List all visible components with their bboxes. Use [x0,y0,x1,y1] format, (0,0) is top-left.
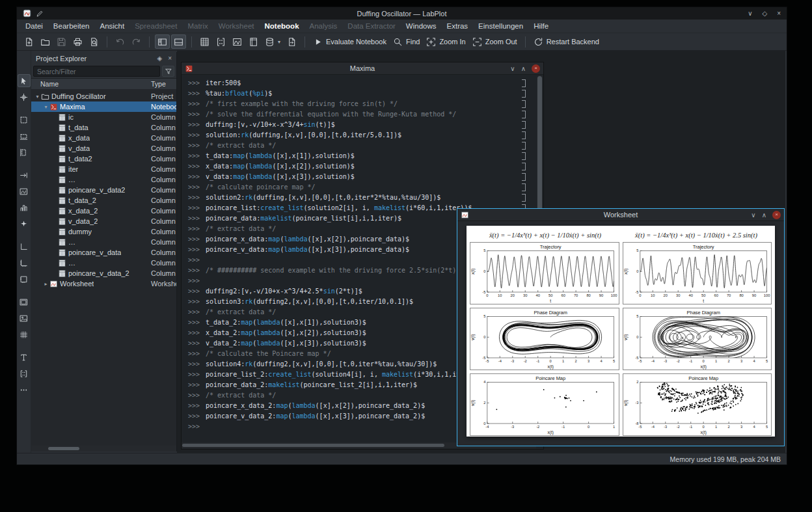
code-line[interactable]: >>>v_data:map(lambda([x],x[3]),solution)… [188,172,536,182]
maxima-titlebar[interactable]: Maxima ∨ ∧ × [182,62,543,75]
plot-traj2[interactable]: 0102030405060708090100-505Trajectorytx(t… [623,243,772,304]
shift-x-tool-button[interactable] [18,168,31,182]
add-axis-button[interactable] [18,240,31,253]
zoom-x-select-tool-button[interactable] [18,129,31,142]
plot-poin1[interactable]: -4-3-2-101024Poincare Mapx(t)v(t) [470,374,619,435]
filter-button[interactable] [162,66,174,77]
scrollbar-thumb[interactable] [182,444,444,447]
restart-backend-button[interactable]: Restart Backend [531,34,602,49]
plot-cell-poin2[interactable]: -5-4-3-2-10123452-3-8Poincare Mapx(t)v(t… [623,373,772,436]
minimize-button[interactable]: ∨ [751,211,755,219]
zoom-out-button[interactable]: Zoom Out [470,34,520,49]
code-line[interactable]: >>>/* solve the differential equation wi… [188,109,536,120]
zoom-select-tool-button[interactable] [18,113,31,126]
code-line[interactable]: >>>iter:500$ [188,78,536,88]
add-grid-button[interactable] [18,328,31,341]
titlebar[interactable]: Duffing Oscillator — LabPlot ∨ ◇ × [17,7,787,20]
close-button[interactable]: × [772,211,781,219]
tree-item-ic[interactable]: icColumn [31,112,176,122]
expander-icon[interactable]: ▾ [34,94,41,100]
menu-notebook[interactable]: Notebook [260,21,304,31]
toggle-properties-explorer-button[interactable] [171,34,186,49]
plot-cell-traj1[interactable]: 0102030405060708090100-505Trajectorytx(t… [470,242,619,304]
crosshair-tool-button[interactable] [18,90,31,103]
menu-bearbeiten[interactable]: Bearbeiten [48,21,95,31]
tree-item-item[interactable]: …Column [31,258,176,268]
tree-item-v-data-2[interactable]: v_data_2Column [31,216,176,226]
plot-phase1[interactable]: -5-4-3-2-1012345-505Phase Diagramx(t)v(t… [470,308,619,370]
new-project-button[interactable] [21,34,36,49]
new-spreadsheet-button[interactable] [197,34,212,49]
tree-item-t-data-2[interactable]: t_data_2Column [31,195,176,206]
worksheet-titlebar[interactable]: Worksheet ∨ ∧ × [457,209,784,221]
plot-poin2[interactable]: -5-4-3-2-10123452-3-8Poincare Mapx(t)v(t… [623,374,772,435]
close-button[interactable]: × [777,10,781,17]
add-matrix-button[interactable] [18,367,31,380]
new-matrix-button[interactable] [213,34,228,49]
new-notebook-button[interactable] [246,34,261,49]
tree-item-item[interactable]: …Column [31,174,176,185]
code-line[interactable]: >>>%tau:bfloat(%pi)$ [188,88,536,99]
column-header-name[interactable]: Name [31,80,59,88]
tree-item-poincare-v-data-2[interactable]: poincare_v_data_2Column [31,268,176,278]
plot-cell-phase2[interactable]: -5-4-3-2-1012345-505Phase Diagramx(t)v(t… [623,308,772,370]
open-project-button[interactable] [38,34,53,49]
restore-button[interactable]: ∧ [521,65,526,72]
search-input[interactable] [33,66,160,77]
tree-item-poincare-v-data[interactable]: poincare_v_dataColumn [31,247,176,258]
tree-item-maxima[interactable]: ▾MaximaNotebook [31,101,176,112]
zoom-in-button[interactable]: Zoom In [424,34,468,49]
find-button[interactable]: Find [390,34,422,49]
tree-item-item[interactable]: …Column [31,237,176,247]
code-line[interactable]: >>>t_data:map(lambda([x],x[1]),solution)… [188,151,536,161]
menu-hilfe[interactable]: Hilfe [528,21,554,31]
close-button[interactable]: × [532,64,540,73]
new-worksheet-button[interactable] [230,34,245,49]
add-plot-box-button[interactable] [18,273,31,286]
code-line[interactable]: >>>solution2:rk(duffing,[x,v],[0,0],[t,0… [188,193,536,203]
close-panel-button[interactable]: × [168,55,172,62]
equation-label-2[interactable]: ẍ(t) = −1/4x³(t) + x(t) − 1/10ẋ(t) + 2.5… [621,232,772,239]
tree-item-x-data[interactable]: x_dataColumn [31,133,176,143]
tree-item-t-data[interactable]: t_dataColumn [31,122,176,133]
add-xy-curve-button[interactable] [18,185,31,198]
plot-cell-traj2[interactable]: 0102030405060708090100-505Trajectorytx(t… [623,242,772,304]
restore-button[interactable]: ∧ [762,211,766,219]
project-explorer-header[interactable]: Project Explorer ◈ × [31,52,176,64]
tree-item-x-data-2[interactable]: x_data_2Column [31,206,176,216]
import-button[interactable] [284,34,299,49]
print-preview-button[interactable] [87,34,102,49]
add-histogram-button[interactable] [18,201,31,214]
code-line[interactable]: >>>solution:rk(duffing,[x,v],[0,0],[t,0,… [188,130,536,141]
pin-icon[interactable] [36,10,44,18]
add-fit-curve-button[interactable] [18,217,31,230]
plot-cell-poin1[interactable]: -4-3-2-101024Poincare Mapx(t)v(t) [470,373,619,436]
add-text-label-button[interactable] [18,351,31,364]
plot-cell-phase1[interactable]: -5-4-3-2-1012345-505Phase Diagramx(t)v(t… [470,308,619,370]
zoom-y-select-tool-button[interactable] [18,146,31,159]
code-line[interactable]: >>>/* extract data */ [188,141,536,151]
tree-item-poincare-v-data2[interactable]: poincare_v_data2Column [31,185,176,195]
maximize-button[interactable]: ◇ [762,10,767,17]
plot-phase2[interactable]: -5-4-3-2-1012345-505Phase Diagramx(t)v(t… [623,308,772,370]
more-tools-button[interactable] [18,383,31,396]
code-line[interactable]: >>>/* calculate poincare map */ [188,182,536,193]
add-axis-ticks-button[interactable] [18,256,31,269]
code-line[interactable]: >>>/* first example with the driving for… [188,99,536,109]
menu-ansicht[interactable]: Ansicht [94,21,129,31]
float-panel-button[interactable]: ◈ [157,55,162,62]
plot-traj1[interactable]: 0102030405060708090100-505Trajectorytx(t… [470,243,619,304]
menu-datei[interactable]: Datei [20,21,48,31]
evaluate-notebook-button[interactable]: Evaluate Notebook [310,34,389,49]
add-image-button[interactable] [18,312,31,325]
worksheet-canvas[interactable]: ẍ(t) = −1/4x³(t) + x(t) − 1/10ẋ(t) + sin… [467,226,775,437]
menu-extras[interactable]: Extras [442,21,474,31]
scrollbar-thumb[interactable] [48,447,79,450]
minimize-button[interactable]: ∨ [748,10,752,17]
toggle-project-explorer-button[interactable] [155,34,170,49]
column-header-type[interactable]: Type [151,80,166,88]
equation-label-1[interactable]: ẍ(t) = −1/4x³(t) + x(t) − 1/10ẋ(t) + sin… [470,232,621,239]
menu-einstellungen[interactable]: Einstellungen [473,21,528,31]
tree-item-duffing-oscillator[interactable]: ▾Duffing OscillatorProject [31,91,176,101]
tree-item-iter[interactable]: iterColumn [31,164,176,174]
